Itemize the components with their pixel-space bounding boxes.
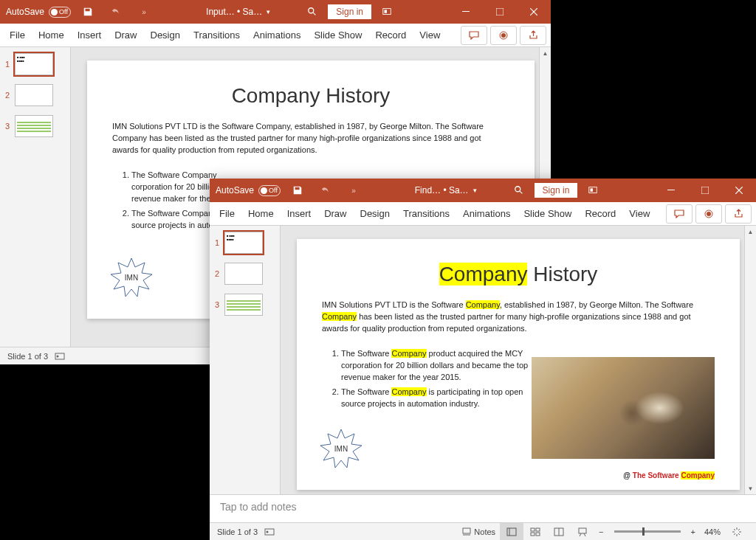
tab-slideshow[interactable]: Slide Show — [307, 24, 368, 47]
svg-point-29 — [267, 530, 269, 533]
svg-rect-32 — [507, 528, 516, 536]
slide-thumbnails: 1■ ■■■■■■■ 2 3 — [210, 226, 281, 494]
undo-icon[interactable] — [315, 179, 337, 202]
tab-slideshow[interactable]: Slide Show — [517, 202, 578, 226]
undo-icon[interactable] — [105, 0, 127, 24]
maximize-button[interactable] — [483, 0, 517, 24]
autosave-toggle[interactable]: AutoSave Off — [6, 7, 71, 18]
notes-button[interactable]: Notes — [458, 523, 500, 541]
reading-view-icon[interactable] — [547, 523, 571, 541]
thumbnail-1[interactable]: ■ ■■■■■■■ — [224, 232, 263, 254]
slide-image[interactable] — [532, 357, 715, 459]
notes-pane[interactable]: Tap to add notes — [210, 494, 756, 522]
ribbon-display-icon[interactable] — [582, 179, 604, 202]
record-icon[interactable] — [490, 26, 517, 45]
autosave-toggle[interactable]: AutoSave Off — [216, 185, 281, 196]
share-icon[interactable] — [520, 26, 546, 45]
svg-rect-40 — [579, 528, 586, 533]
document-title: Input… • Sa… — [206, 7, 262, 17]
slide-title[interactable]: Company History — [87, 60, 535, 108]
zoom-percent[interactable]: 44% — [700, 527, 725, 536]
save-icon[interactable] — [77, 0, 99, 24]
star-badge[interactable]: IMN — [319, 428, 363, 472]
svg-point-25 — [707, 212, 711, 216]
statusbar: Slide 1 of 3 Notes − + 44% — [210, 522, 756, 540]
tab-view[interactable]: View — [413, 24, 447, 47]
title-chevron-icon[interactable]: ▾ — [473, 187, 477, 194]
normal-view-icon[interactable] — [500, 523, 523, 541]
tab-design[interactable]: Design — [144, 24, 187, 47]
vertical-scrollbar[interactable]: ▲▼ — [744, 226, 756, 494]
svg-line-1 — [313, 13, 316, 15]
tab-draw[interactable]: Draw — [317, 202, 353, 226]
slide-canvas[interactable]: Company History IMN Solutions PVT LTD is… — [281, 226, 756, 494]
search-icon[interactable] — [301, 0, 323, 24]
slideshow-view-icon[interactable] — [571, 523, 594, 541]
tab-file[interactable]: File — [3, 24, 32, 47]
svg-point-13 — [57, 355, 59, 357]
tab-record[interactable]: Record — [368, 24, 413, 47]
svg-point-0 — [309, 8, 314, 13]
thumbnail-2[interactable] — [224, 263, 263, 285]
accessibility-icon[interactable] — [258, 523, 281, 541]
slide-thumbnails: 1■ ■■■■■■■ 2 3 — [0, 47, 71, 347]
save-icon[interactable] — [286, 179, 309, 202]
tab-design[interactable]: Design — [354, 202, 396, 226]
sign-in-button[interactable]: Sign in — [328, 4, 371, 19]
tab-file[interactable]: File — [213, 202, 241, 226]
tab-home[interactable]: Home — [32, 24, 71, 47]
record-icon[interactable] — [695, 204, 722, 224]
svg-line-41 — [580, 533, 581, 536]
slide-paragraph[interactable]: IMN Solutions PVT LTD is the Software Co… — [112, 121, 509, 156]
sorter-view-icon[interactable] — [523, 523, 547, 541]
share-icon[interactable] — [725, 204, 752, 224]
zoom-in-button[interactable]: + — [687, 527, 700, 536]
title-chevron-icon[interactable]: ▾ — [267, 8, 270, 15]
star-badge[interactable]: IMN — [109, 257, 154, 301]
svg-rect-4 — [462, 11, 470, 12]
svg-text:IMN: IMN — [125, 274, 138, 282]
tab-animations[interactable]: Animations — [247, 24, 307, 47]
accessibility-icon[interactable] — [48, 347, 72, 365]
thumbnail-3[interactable] — [224, 294, 263, 316]
close-button[interactable] — [517, 0, 551, 24]
svg-rect-19 — [591, 188, 594, 191]
slide-paragraph[interactable]: IMN Solutions PVT LTD is the Software Co… — [322, 300, 715, 335]
maximize-button[interactable] — [688, 179, 722, 202]
svg-rect-5 — [496, 8, 504, 15]
search-icon[interactable] — [508, 179, 530, 202]
more-icon[interactable]: » — [133, 0, 155, 24]
tab-home[interactable]: Home — [241, 202, 281, 226]
powerpoint-window-2: AutoSave Off » Find… • Sa… ▾ Sign in Fil… — [210, 179, 756, 540]
titlebar: AutoSave Off » Find… • Sa… ▾ Sign in — [210, 179, 756, 202]
minimize-button[interactable] — [654, 179, 688, 202]
close-button[interactable] — [722, 179, 756, 202]
thumbnail-2[interactable] — [15, 84, 53, 106]
document-title: Find… • Sa… — [415, 185, 469, 195]
svg-line-17 — [519, 191, 522, 194]
minimize-button[interactable] — [449, 0, 483, 24]
comments-icon[interactable] — [666, 204, 693, 224]
thumbnail-3[interactable] — [15, 115, 53, 137]
tab-record[interactable]: Record — [578, 202, 622, 226]
fit-window-icon[interactable] — [725, 523, 749, 541]
copyright-text[interactable]: @ The Software Company — [623, 471, 715, 480]
thumbnail-1[interactable]: ■ ■■■■■■■ — [15, 53, 53, 75]
tab-animations[interactable]: Animations — [456, 202, 517, 226]
ribbon-tabs: File Home Insert Draw Design Transitions… — [210, 202, 756, 226]
tab-transitions[interactable]: Transitions — [187, 24, 247, 47]
sign-in-button[interactable]: Sign in — [535, 183, 578, 198]
zoom-slider[interactable] — [614, 530, 681, 533]
tab-transitions[interactable]: Transitions — [396, 202, 456, 226]
tab-view[interactable]: View — [622, 202, 656, 226]
svg-rect-37 — [536, 533, 540, 536]
tab-insert[interactable]: Insert — [71, 24, 109, 47]
zoom-out-button[interactable]: − — [594, 527, 608, 536]
slide-title[interactable]: Company History — [297, 239, 740, 286]
tab-draw[interactable]: Draw — [108, 24, 143, 47]
ribbon-display-icon[interactable] — [376, 0, 398, 24]
comments-icon[interactable] — [461, 26, 487, 45]
tab-insert[interactable]: Insert — [281, 202, 318, 226]
svg-point-16 — [515, 187, 520, 192]
more-icon[interactable]: » — [343, 179, 365, 202]
